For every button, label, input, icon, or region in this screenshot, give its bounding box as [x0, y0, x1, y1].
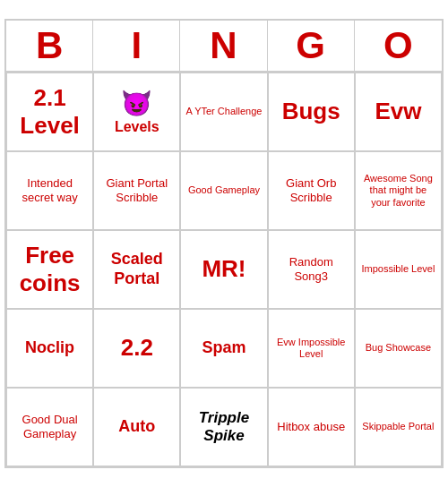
- cell-5: Intended secret way: [6, 151, 93, 230]
- cell-6: Giant Portal Scribble: [93, 151, 180, 230]
- cell-12: MR!: [180, 230, 267, 309]
- cell-13: Random Song3: [268, 230, 355, 309]
- devil-emoji: 😈: [115, 89, 159, 119]
- bingo-grid: 2.1 Level 😈 Levels A YTer Challenge Bugs…: [6, 73, 442, 466]
- cell-2: A YTer Challenge: [180, 73, 267, 151]
- cell-0: 2.1 Level: [6, 73, 93, 151]
- bingo-card: B I N G O 2.1 Level 😈 Levels A YTer Chal…: [4, 19, 444, 468]
- cell-24: Skippable Portal: [355, 388, 442, 466]
- header-b: B: [6, 21, 93, 71]
- header-n: N: [180, 21, 267, 71]
- cell-17: Spam: [180, 309, 267, 388]
- cell-7: Good Gameplay: [180, 151, 267, 230]
- cell-14: Impossible Level: [355, 230, 442, 309]
- cell-10: Free coins: [6, 230, 93, 309]
- cell-18: Evw Impossible Level: [268, 309, 355, 388]
- cell-15: Noclip: [6, 309, 93, 388]
- header-g: G: [268, 21, 355, 71]
- cell-19: Bug Showcase: [355, 309, 442, 388]
- cell-4: Evw: [355, 73, 442, 151]
- bingo-header: B I N G O: [6, 21, 442, 73]
- cell-1: 😈 Levels: [93, 73, 180, 151]
- cell-3: Bugs: [268, 73, 355, 151]
- cell-21: Auto: [93, 388, 180, 466]
- cell-11: Scaled Portal: [93, 230, 180, 309]
- cell-16: 2.2: [93, 309, 180, 388]
- cell-23: Hitbox abuse: [268, 388, 355, 466]
- cell-22: Tripple Spike: [180, 388, 267, 466]
- cell-9: Awesome Song that might be your favorite: [355, 151, 442, 230]
- cell-1-label: Levels: [115, 118, 159, 135]
- header-i: I: [93, 21, 180, 71]
- cell-20: Good Dual Gameplay: [6, 388, 93, 466]
- cell-8: Giant Orb Scribble: [268, 151, 355, 230]
- header-o: O: [355, 21, 442, 71]
